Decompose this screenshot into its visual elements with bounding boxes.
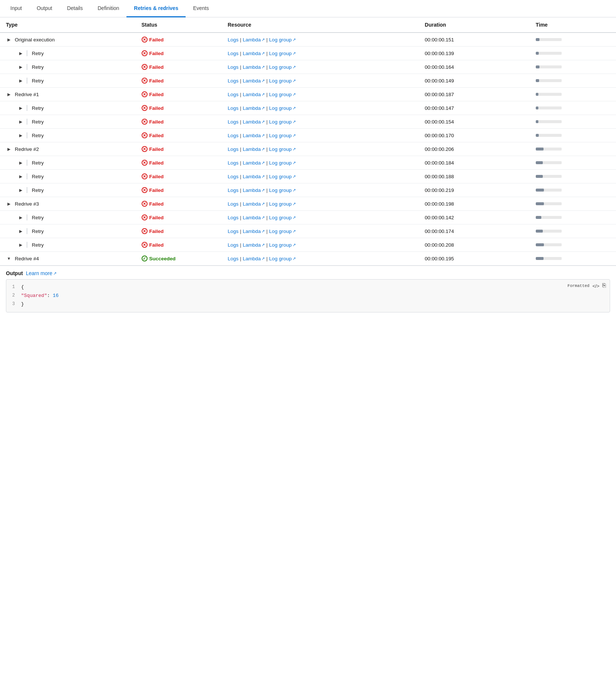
log-group-link[interactable]: Log group ↗ [269, 187, 296, 193]
failed-icon: ✕ [142, 201, 148, 207]
copy-icon[interactable]: ⎘ [602, 283, 606, 289]
log-group-link[interactable]: Log group ↗ [269, 105, 296, 111]
tab-retries[interactable]: Retries & redrives [126, 0, 186, 17]
expand-icon[interactable]: ▶ [6, 37, 12, 43]
log-group-link[interactable]: Log group ↗ [269, 146, 296, 152]
log-group-link[interactable]: Log group ↗ [269, 160, 296, 166]
separator: | [266, 92, 268, 97]
separator: | [266, 146, 268, 152]
lambda-link[interactable]: Lambda ↗ [243, 64, 265, 70]
lambda-link[interactable]: Lambda ↗ [243, 242, 265, 248]
separator: | [240, 51, 241, 56]
collapse-icon[interactable]: ▼ [6, 256, 12, 261]
logs-link[interactable]: Logs [228, 133, 238, 138]
log-group-link[interactable]: Log group ↗ [269, 92, 296, 97]
logs-link[interactable]: Logs [228, 229, 238, 234]
logs-link[interactable]: Logs [228, 160, 238, 166]
tab-input[interactable]: Input [3, 0, 29, 17]
logs-link[interactable]: Logs [228, 119, 238, 125]
expand-icon[interactable]: ▶ [18, 64, 24, 70]
separator: | [240, 229, 241, 234]
time-bar [536, 175, 610, 178]
logs-link[interactable]: Logs [228, 64, 238, 70]
table-row: ▶Retry✕FailedLogs | Lambda ↗ | Log group… [0, 129, 616, 142]
lambda-link[interactable]: Lambda ↗ [243, 119, 265, 125]
logs-link[interactable]: Logs [228, 146, 238, 152]
time-bar-fill [536, 120, 539, 123]
log-group-link[interactable]: Log group ↗ [269, 119, 296, 125]
expand-icon[interactable]: ▶ [6, 201, 12, 207]
log-group-link[interactable]: Log group ↗ [269, 174, 296, 179]
expand-icon[interactable]: ▶ [18, 228, 24, 234]
log-group-link[interactable]: Log group ↗ [269, 37, 296, 43]
logs-link[interactable]: Logs [228, 242, 238, 248]
expand-icon[interactable]: ▶ [18, 242, 24, 248]
logs-link[interactable]: Logs [228, 105, 238, 111]
time-bar [536, 134, 610, 137]
time-bar-fill [536, 79, 539, 82]
duration-value: 00:00:00.208 [419, 238, 530, 252]
log-group-link[interactable]: Log group ↗ [269, 51, 296, 56]
format-toggle-button[interactable]: </> [592, 283, 599, 289]
lambda-link[interactable]: Lambda ↗ [243, 215, 265, 220]
lambda-link[interactable]: Lambda ↗ [243, 133, 265, 138]
tab-events[interactable]: Events [186, 0, 216, 17]
lambda-link[interactable]: Lambda ↗ [243, 229, 265, 234]
external-icon: ↗ [261, 256, 265, 261]
logs-link[interactable]: Logs [228, 78, 238, 84]
expand-icon[interactable]: ▶ [18, 173, 24, 179]
expand-icon[interactable]: ▶ [18, 119, 24, 125]
log-group-link[interactable]: Log group ↗ [269, 64, 296, 70]
log-group-link[interactable]: Log group ↗ [269, 242, 296, 248]
time-bar [536, 93, 610, 96]
logs-link[interactable]: Logs [228, 201, 238, 207]
lambda-link[interactable]: Lambda ↗ [243, 78, 265, 84]
expand-icon[interactable]: ▶ [18, 105, 24, 111]
tab-details[interactable]: Details [60, 0, 90, 17]
logs-link[interactable]: Logs [228, 174, 238, 179]
expand-icon[interactable]: ▶ [6, 146, 12, 152]
separator: | [240, 256, 241, 261]
time-bar-track [536, 134, 562, 137]
log-group-link[interactable]: Log group ↗ [269, 256, 296, 261]
logs-link[interactable]: Logs [228, 92, 238, 97]
indent-line [27, 214, 27, 220]
logs-link[interactable]: Logs [228, 256, 238, 261]
expand-icon[interactable]: ▶ [18, 214, 24, 220]
lambda-link[interactable]: Lambda ↗ [243, 146, 265, 152]
logs-link[interactable]: Logs [228, 215, 238, 220]
tab-definition[interactable]: Definition [90, 0, 126, 17]
log-group-link[interactable]: Log group ↗ [269, 229, 296, 234]
indent-line [27, 242, 27, 248]
lambda-link[interactable]: Lambda ↗ [243, 256, 265, 261]
lambda-link[interactable]: Lambda ↗ [243, 92, 265, 97]
lambda-link[interactable]: Lambda ↗ [243, 105, 265, 111]
separator: | [240, 215, 241, 220]
expand-icon[interactable]: ▶ [18, 78, 24, 84]
separator: | [240, 105, 241, 111]
lambda-link[interactable]: Lambda ↗ [243, 37, 265, 43]
lambda-link[interactable]: Lambda ↗ [243, 160, 265, 166]
expand-icon[interactable]: ▶ [18, 160, 24, 166]
separator: | [266, 51, 268, 56]
expand-icon[interactable]: ▶ [18, 187, 24, 193]
log-group-link[interactable]: Log group ↗ [269, 133, 296, 138]
tab-output[interactable]: Output [29, 0, 60, 17]
learn-more-link[interactable]: Learn more ↗ [26, 270, 57, 276]
logs-link[interactable]: Logs [228, 51, 238, 56]
time-bar-fill [536, 230, 543, 233]
time-bar-track [536, 65, 562, 68]
logs-link[interactable]: Logs [228, 187, 238, 193]
logs-link[interactable]: Logs [228, 37, 238, 43]
lambda-link[interactable]: Lambda ↗ [243, 174, 265, 179]
resource-links: Logs | Lambda ↗ | Log group ↗ [228, 37, 413, 43]
lambda-link[interactable]: Lambda ↗ [243, 201, 265, 207]
expand-icon[interactable]: ▶ [18, 50, 24, 56]
lambda-link[interactable]: Lambda ↗ [243, 51, 265, 56]
expand-icon[interactable]: ▶ [18, 132, 24, 138]
log-group-link[interactable]: Log group ↗ [269, 78, 296, 84]
expand-icon[interactable]: ▶ [6, 91, 12, 97]
log-group-link[interactable]: Log group ↗ [269, 201, 296, 207]
lambda-link[interactable]: Lambda ↗ [243, 187, 265, 193]
log-group-link[interactable]: Log group ↗ [269, 215, 296, 220]
